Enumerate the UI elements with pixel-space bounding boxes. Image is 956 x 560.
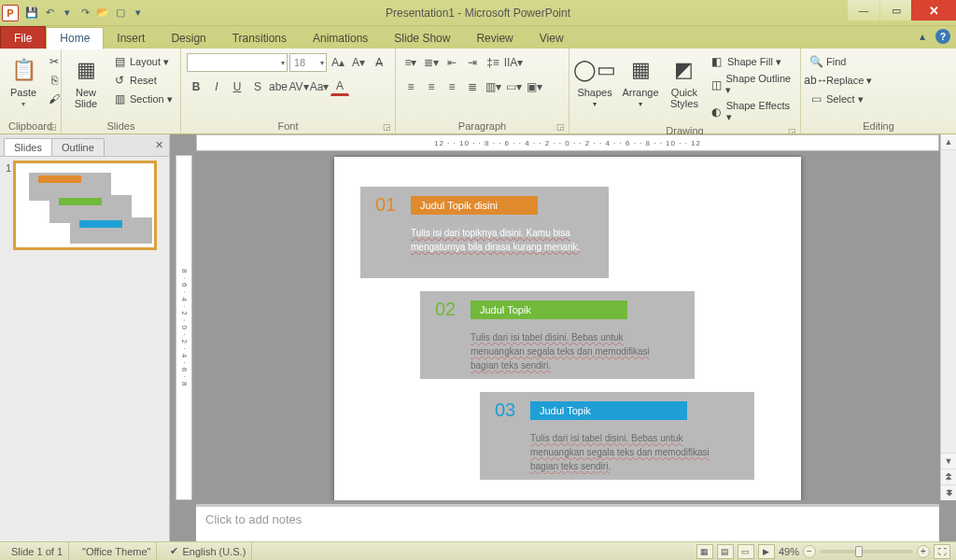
format-painter-button[interactable]: 🖌 — [45, 91, 63, 107]
qat-customize-icon[interactable]: ▾ — [130, 5, 147, 21]
notes-pane[interactable]: Click to add notes — [196, 504, 939, 541]
view-sorter-button[interactable]: ▤ — [717, 544, 734, 559]
zoom-out-button[interactable]: − — [803, 545, 816, 558]
view-normal-button[interactable]: ▦ — [696, 544, 713, 559]
zoom-in-button[interactable]: + — [917, 545, 930, 558]
numbering-button[interactable]: ≣▾ — [422, 53, 441, 72]
indent-dec-button[interactable]: ⇤ — [443, 53, 461, 72]
card-3[interactable]: 03 Judul Topik Tulis dari isi tabel disi… — [480, 392, 754, 480]
copy-button[interactable]: ⎘ — [45, 72, 63, 89]
align-left-button[interactable]: ≡ — [401, 77, 420, 96]
card-2[interactable]: 02 Judul Topik Tulis dari isi tabel disi… — [420, 291, 695, 379]
card-1-body[interactable]: Tulis isi dari topiknya disini. Kamu bis… — [411, 226, 592, 254]
text-direction-button[interactable]: IIA▾ — [504, 53, 523, 72]
font-family-combo[interactable]: ▾ — [187, 53, 288, 72]
columns-button[interactable]: ▥▾ — [484, 77, 502, 96]
card-2-body[interactable]: Tulis dari isi tabel disini. Bebas untuk… — [471, 330, 678, 372]
qat-new-icon[interactable]: ▢ — [112, 5, 129, 21]
paste-icon: 📋 — [8, 55, 38, 85]
qat-undo-dd-icon[interactable]: ▾ — [59, 5, 76, 21]
card-1[interactable]: 01 Judul Topik disini Tulis isi dari top… — [360, 187, 609, 278]
paste-button[interactable]: 📋 Paste ▾ — [6, 53, 41, 110]
zoom-slider[interactable] — [820, 550, 913, 553]
grow-font-button[interactable]: A▴ — [329, 53, 347, 72]
replace-button[interactable]: ab↔Replace ▾ — [807, 72, 874, 89]
italic-button[interactable]: I — [207, 77, 226, 96]
tab-transitions[interactable]: Transitions — [219, 28, 300, 49]
paragraph-launcher-icon[interactable]: ◲ — [556, 122, 565, 132]
shadow-button[interactable]: abe — [269, 77, 288, 96]
section-button[interactable]: ▥Section ▾ — [110, 91, 175, 107]
font-size-combo[interactable]: 18▾ — [289, 53, 327, 72]
tab-view[interactable]: View — [527, 28, 577, 49]
justify-button[interactable]: ≣ — [463, 77, 482, 96]
vertical-scrollbar[interactable]: ▲ ▼ ⯭ ⯯ — [940, 134, 956, 500]
qat-save-icon[interactable]: 💾 — [23, 5, 40, 21]
pane-tab-outline[interactable]: Outline — [51, 138, 105, 156]
tab-slideshow[interactable]: Slide Show — [381, 28, 463, 49]
tab-file[interactable]: File — [0, 26, 46, 49]
card-1-title[interactable]: Judul Topik disini — [411, 196, 538, 215]
qat-redo-icon[interactable]: ↷ — [77, 5, 93, 21]
bullets-button[interactable]: ≡▾ — [401, 53, 420, 72]
strike-button[interactable]: S — [248, 77, 267, 96]
pane-close-icon[interactable]: ✕ — [155, 139, 163, 151]
shape-outline-button[interactable]: ◫Shape Outline ▾ — [708, 72, 794, 97]
scroll-up-icon[interactable]: ▲ — [941, 134, 956, 150]
align-center-button[interactable]: ≡ — [422, 77, 441, 96]
view-slideshow-button[interactable]: ▶ — [758, 544, 775, 559]
arrange-button[interactable]: ▦Arrange▾ — [620, 53, 661, 110]
line-spacing-button[interactable]: ‡≡ — [484, 53, 502, 72]
next-slide-icon[interactable]: ⯯ — [941, 484, 956, 500]
char-spacing-button[interactable]: AV▾ — [289, 77, 308, 96]
tab-animations[interactable]: Animations — [300, 28, 381, 49]
ribbon-minimize-icon[interactable]: ▴ — [915, 29, 930, 44]
copy-icon: ⎘ — [47, 73, 62, 88]
tab-review[interactable]: Review — [463, 28, 526, 49]
bold-button[interactable]: B — [187, 77, 205, 96]
card-3-title[interactable]: Judul Topik — [530, 401, 687, 420]
layout-button[interactable]: ▤Layout ▾ — [110, 53, 175, 70]
underline-button[interactable]: U — [228, 77, 246, 96]
font-color-button[interactable]: A — [330, 77, 349, 96]
reset-button[interactable]: ↺Reset — [110, 72, 175, 89]
view-reading-button[interactable]: ▭ — [738, 544, 754, 559]
status-language[interactable]: ✔English (U.S.) — [164, 542, 252, 560]
qat-undo-icon[interactable]: ↶ — [41, 5, 58, 21]
qat-open-icon[interactable]: 📂 — [94, 5, 111, 21]
font-launcher-icon[interactable]: ◲ — [383, 122, 391, 132]
smartart-button[interactable]: ▣▾ — [525, 77, 543, 96]
fit-to-window-button[interactable]: ⛶ — [934, 544, 950, 559]
shrink-font-button[interactable]: A▾ — [349, 53, 368, 72]
shape-fill-button[interactable]: ◧Shape Fill ▾ — [708, 53, 794, 70]
cut-button[interactable]: ✂ — [45, 53, 63, 70]
prev-slide-icon[interactable]: ⯭ — [941, 469, 956, 484]
shapes-button[interactable]: ◯▭Shapes▾ — [575, 53, 614, 110]
tab-design[interactable]: Design — [158, 28, 218, 49]
indent-inc-button[interactable]: ⇥ — [463, 53, 482, 72]
shape-effects-button[interactable]: ◐Shape Effects ▾ — [708, 99, 794, 124]
pane-tab-slides[interactable]: Slides — [4, 138, 52, 156]
scroll-down-icon[interactable]: ▼ — [941, 453, 956, 469]
slide-thumbnail[interactable] — [15, 162, 155, 248]
find-button[interactable]: 🔍Find — [807, 53, 874, 70]
slide-canvas[interactable]: 01 Judul Topik disini Tulis isi dari top… — [334, 157, 801, 500]
clear-format-button[interactable]: A̶ — [370, 53, 388, 72]
minimize-button[interactable]: — — [848, 0, 879, 21]
select-button[interactable]: ▭Select ▾ — [807, 91, 874, 107]
quick-styles-button[interactable]: ◩Quick Styles — [667, 53, 702, 111]
new-slide-button[interactable]: ▦ New Slide — [67, 53, 105, 111]
close-button[interactable]: ✕ — [911, 0, 956, 21]
workspace: Slides Outline ✕ 1 12 · · 10 · · 8 · · 6… — [0, 134, 956, 541]
ribbon-tabs: File Home Insert Design Transitions Anim… — [0, 26, 956, 49]
align-text-button[interactable]: ▭▾ — [504, 77, 523, 96]
tab-home[interactable]: Home — [46, 27, 104, 49]
change-case-button[interactable]: Aa▾ — [310, 77, 329, 96]
maximize-button[interactable]: ▭ — [879, 0, 911, 21]
clipboard-launcher-icon[interactable]: ◲ — [49, 122, 57, 132]
tab-insert[interactable]: Insert — [104, 28, 158, 49]
align-right-button[interactable]: ≡ — [443, 77, 461, 96]
card-2-title[interactable]: Judul Topik — [471, 301, 627, 319]
card-3-body[interactable]: Tulis dari isi tabel disini. Bebas untuk… — [530, 431, 738, 473]
help-icon[interactable]: ? — [935, 29, 950, 44]
